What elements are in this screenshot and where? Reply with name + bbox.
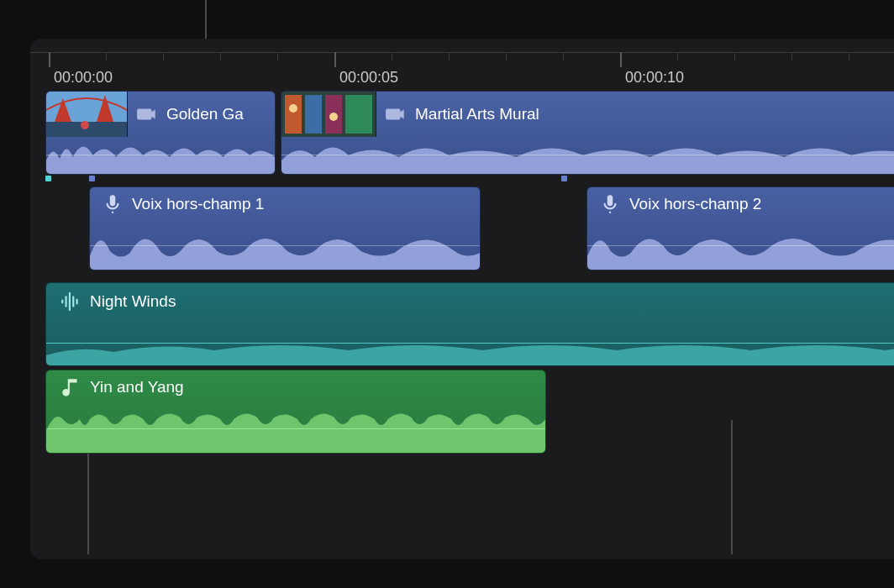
svg-point-8: [289, 104, 297, 113]
ruler-tick-major: [49, 52, 50, 67]
ruler-tick-minor: [220, 52, 221, 60]
clip-title: Voix hors-champ 1: [132, 195, 264, 213]
wave-icon: [60, 291, 82, 312]
ruler-tick-minor: [734, 52, 735, 60]
camera-icon: [136, 103, 158, 125]
clip-thumbnail: [46, 92, 128, 137]
ruler-divider: [30, 52, 894, 53]
svg-rect-5: [305, 95, 322, 134]
clip-title: Martial Arts Mural: [415, 105, 539, 123]
ruler-tick-minor: [277, 52, 278, 60]
callout-line-bottom-left: [87, 454, 89, 554]
camera-icon: [385, 103, 407, 125]
ruler-tick-minor: [392, 52, 392, 60]
note-icon: [60, 376, 82, 398]
voiceover-clip-1[interactable]: Voix hors-champ 1: [89, 186, 481, 270]
ruler-tick-minor: [677, 52, 678, 60]
clip-title: Golden Ga: [166, 105, 244, 123]
connection-marker: [45, 176, 51, 181]
time-ruler[interactable]: 00:00:00 00:00:05 00:00:10: [30, 39, 894, 91]
ruler-tick-minor: [506, 52, 507, 60]
clip-title: Night Winds: [90, 292, 176, 311]
svg-point-9: [329, 113, 338, 121]
effect-clip-night-winds[interactable]: Night Winds: [45, 282, 894, 366]
video-clip-golden-gate[interactable]: Golden Ga: [45, 91, 276, 175]
ruler-label: 00:00:05: [339, 69, 398, 87]
ruler-tick-major: [620, 52, 622, 67]
ruler-tick-minor: [449, 52, 450, 60]
svg-rect-13: [72, 297, 74, 307]
clip-thumbnail: [281, 92, 376, 137]
svg-rect-11: [66, 297, 67, 307]
timeline-panel: 00:00:00 00:00:05 00:00:10: [30, 39, 894, 559]
video-clip-martial-arts-mural[interactable]: Martial Arts Mural: [281, 91, 894, 175]
music-clip-yin-and-yang[interactable]: Yin and Yang: [45, 370, 546, 454]
connection-marker: [561, 176, 567, 181]
svg-rect-14: [76, 299, 78, 305]
callout-line-bottom-right: [731, 420, 733, 554]
ruler-tick-minor: [563, 52, 564, 60]
mic-icon: [102, 193, 124, 215]
clip-waveform: [281, 135, 894, 174]
clip-waveform: [46, 322, 894, 365]
ruler-tick-minor: [106, 52, 107, 60]
ruler-tick-minor: [849, 52, 849, 60]
clip-waveform: [46, 135, 275, 174]
clip-waveform: [46, 406, 545, 453]
clip-waveform: [90, 223, 480, 270]
clip-title: Voix hors-champ 2: [629, 195, 761, 213]
voiceover-clip-2[interactable]: Voix hors-champ 2: [586, 186, 894, 270]
svg-rect-4: [285, 95, 302, 134]
clip-waveform: [587, 223, 894, 270]
connection-marker: [89, 176, 95, 181]
ruler-tick-minor: [791, 52, 792, 60]
svg-rect-7: [345, 95, 372, 134]
ruler-tick-minor: [163, 52, 164, 60]
svg-rect-12: [69, 292, 71, 311]
svg-point-2: [81, 121, 89, 129]
ruler-tick-major: [334, 52, 336, 67]
svg-rect-10: [61, 300, 63, 303]
callout-line-top: [205, 0, 207, 39]
ruler-label: 00:00:00: [54, 69, 113, 87]
clip-title: Yin and Yang: [90, 378, 184, 396]
ruler-label: 00:00:10: [625, 69, 684, 87]
mic-icon: [599, 193, 621, 215]
